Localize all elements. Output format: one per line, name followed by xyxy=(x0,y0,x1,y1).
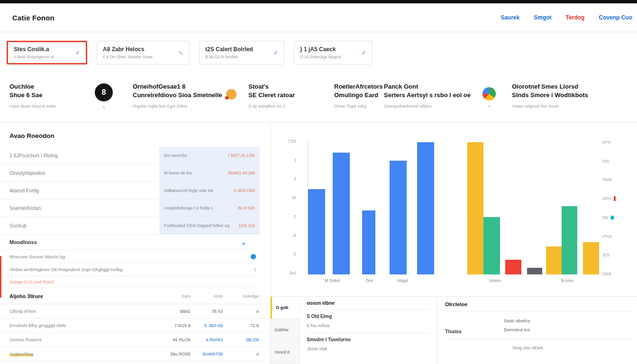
report-row-value-box: Foelbooled Cllnil Oogved hdbel oq 1G5 I2… xyxy=(159,217,260,234)
report-row-value: 5.3D8 I\8S xyxy=(234,188,255,193)
annotation-red-line xyxy=(0,256,1,298)
tick-text: 0o5 xyxy=(602,159,609,164)
y-axis-right-tick-label: 0\9 xyxy=(602,215,614,220)
activity-item[interactable]: S Old Elmg S fou ArBoa xyxy=(307,310,430,333)
summary-card: Olrcleloe Tlssios Ssotr oberlcs Dsrrrotr… xyxy=(437,297,637,364)
feature-item-1[interactable]: Ouchloe Shue 6 Sae Arpot olurec kvrot & … xyxy=(9,82,95,109)
report-row[interactable]: Soolrub Foelbooled Cllnil Oogved hdbel o… xyxy=(0,217,260,235)
x-axis-label: lb Aron xyxy=(546,278,589,283)
y-axis-tick-label: S xyxy=(272,252,296,256)
trend-icon: ∿ xyxy=(178,49,183,56)
stat-card-1[interactable]: Stes Coslik.a A Bete Rutymgenon to ✓ xyxy=(7,41,87,64)
teal-marker-icon xyxy=(610,215,615,220)
profile-badge[interactable]: 8 ▾ xyxy=(95,83,113,109)
table-row[interactable]: Ernolrols Blhy gregggd IdoN 7.6I19 8 E 3… xyxy=(0,318,270,333)
activity-item[interactable]: Smvdre I Tuvelurno -Eoon Irlek xyxy=(307,333,430,356)
report-row-key: Foelbooled Cllnil Oogved hdbel oq xyxy=(164,223,229,228)
report-row-label: 1 6JPsclchort I Rtelng xyxy=(9,153,159,158)
y-axis-right-tick-label: 8Y% xyxy=(602,140,611,145)
feature-item-6[interactable]: Olorotnef Smes Llorsd Slnds Smore i Wodt… xyxy=(512,82,621,109)
activity-item-title: S Old Elmg xyxy=(307,314,430,319)
feature-title-line1: Ouchloe xyxy=(9,83,34,90)
y-axis-tick-label: 2 xyxy=(272,176,296,181)
table-cell: 0B.O8 xyxy=(223,337,259,342)
report-row-key: Areiylrdorlooge f o froltle t xyxy=(164,206,213,210)
pie-badge[interactable]: ▾ xyxy=(482,87,496,109)
summary-footer: Smg oho oEw0 xyxy=(512,345,633,350)
table-cell: E 3B3.59 xyxy=(191,323,223,328)
feature-title: Panck Gont Serters Aertsyl s rsbo l eol … xyxy=(384,82,481,99)
feature-subtitle: O dy aotrwlbos oO C xyxy=(248,104,329,109)
tick-text: 3(/5 xyxy=(602,253,610,257)
feature-title-line1: Panck Gont xyxy=(384,83,418,90)
y-axis-tick-label: 28 xyxy=(272,195,296,200)
table-row[interactable]: Avgloorblog 39o.RO05 5ro8I9735 o xyxy=(0,347,270,361)
summary-detail-bottom: Dsrrrotrol Ins xyxy=(504,325,530,334)
table-cell: 7.6I19 8 xyxy=(158,323,191,328)
stat-card-4[interactable]: } 1 jA5 Caeck O.o0 Sworutga Iqegtos ✓ xyxy=(294,41,373,64)
feature-title: Ouchloe Shue 6 Sae xyxy=(9,82,95,99)
stat-card-3[interactable]: t2S Calert Bolrled B.8b G0 lri lesrlsts … xyxy=(199,41,284,64)
nav-link-2[interactable]: Smgot xyxy=(534,14,551,21)
app-header: Catie Fonon Saurek Smgot Terdog Covenp C… xyxy=(0,3,637,32)
badge-icon: 8 xyxy=(95,83,113,101)
report-row[interactable]: Onoslylrlqeodos M leeoe eb foo 5048/).40… xyxy=(0,164,260,182)
tick-text: 79o8 xyxy=(602,177,611,182)
activity-content: ooson elbne S Old Elmg S fou ArBoa Smvdr… xyxy=(300,297,437,364)
stats-col-header: Atols xyxy=(191,294,223,299)
stat-card-subtitle: A Bete Rutymgenon to xyxy=(14,55,54,59)
tick-text: O0I9 xyxy=(602,272,611,276)
activity-tab-2[interactable]: Soblrlw xyxy=(271,319,300,341)
report-row-value: / 50(7.(8.1/56 xyxy=(228,153,255,158)
table-row-label: Ernolrols Blhy gregggd IdoN xyxy=(9,323,158,328)
alert-text: Soage O1S pod Roed xyxy=(0,276,260,288)
report-row-value: 1G5 I2S xyxy=(238,223,255,228)
stat-card-title: Stes Coslik.a xyxy=(14,46,54,53)
table-row[interactable]: Cllsnlp IFlrert 5tlaG 78 I\3 o xyxy=(0,304,270,318)
nav-link-3[interactable]: Terdog xyxy=(566,14,585,21)
y-axis-right-tick-label: I7%9 xyxy=(602,234,611,239)
highlighted-label: Avgloorblog xyxy=(9,351,33,356)
stat-card-title: t2S Calert Bolrled xyxy=(205,46,253,53)
nav-link-4[interactable]: Covenp Cuo xyxy=(599,14,632,21)
report-row[interactable]: Alsend Fortlg Odbaneocrtl Nylje xole tra… xyxy=(0,182,260,200)
activity-item-subtitle: S fou ArBoa xyxy=(307,323,430,328)
feature-item-3[interactable]: Stoat's SE Cleret ratoar O dy aotrwlbos … xyxy=(248,82,329,109)
expander-row[interactable]: Moodlnoss ⌄ xyxy=(0,235,260,250)
feature-title-line1: RoetlerAfrcetors xyxy=(334,83,383,90)
features-row: Ouchloe Shue 6 Sae Arpot olurec kvrot & … xyxy=(0,77,637,122)
stat-card-subtitle: F e Dm Bree. blonder Sowe xyxy=(103,55,153,59)
activity-item-title: Smvdre I Tuvelurno xyxy=(307,337,430,342)
report-row-key: Odbaneocrtl Nylje xole tra xyxy=(164,188,213,193)
tick-text: 0\9 xyxy=(602,215,608,220)
activity-header: ooson elbne xyxy=(307,300,430,310)
panel-link-row-1[interactable]: Nhsrcore Soceer Nbocto bg xyxy=(0,250,260,263)
x-axis-label: Alsgol xyxy=(381,278,424,283)
tick-text: 8Y% xyxy=(602,140,611,145)
feature-title-line2: Slnds Smore i Wodtikbots xyxy=(512,91,588,99)
feature-item-2[interactable]: OrneihofGesae1 8 Cunrelrefdiovo Sioa Sme… xyxy=(133,82,230,109)
feature-subtitle: Ocenpyvbwvlnorod otlbers xyxy=(384,104,481,109)
y-axis-right-tick-label: 79o8 xyxy=(602,177,611,182)
feature-subtitle: Orgaba /Agba boe Ggrs Odine xyxy=(133,104,230,109)
stat-cards-row: Stes Coslik.a A Bete Rutymgenon to ✓ A8 … xyxy=(7,41,373,64)
report-row-key: M leeoe eb foo xyxy=(164,171,192,175)
report-row-label: Onoslylrlqeodos xyxy=(9,170,159,176)
report-row[interactable]: 1 6JPsclchort I Rtelng 6At oeorcbo / 50(… xyxy=(0,147,260,164)
red-marker-icon xyxy=(614,196,616,201)
report-row-label: SoerrledVotan xyxy=(9,205,159,211)
panel-link-row-2[interactable]: Alnbet wrcbhogbore O8 Rotgoobrol Sopr Gh… xyxy=(0,263,260,276)
nav-link-1[interactable]: Saurek xyxy=(500,14,519,21)
table-row[interactable]: Oenrce Rosenrt 46 RLO8 4.R0I\83 0B.O8 xyxy=(0,333,270,347)
activity-tab-3[interactable]: Oesrd 8 xyxy=(271,341,300,364)
y-axis-right-tick-label: 3(/5 xyxy=(602,253,610,257)
activity-tab-1[interactable]: O gob xyxy=(271,297,300,319)
tick-text: I7%9 xyxy=(602,234,611,239)
stats-col-header: Solvolge xyxy=(223,294,259,299)
y-axis-right: 8Y%0o579o82O%0\9I7%93(/5O0I9 xyxy=(602,123,637,296)
report-row[interactable]: SoerrledVotan Areiylrdorlooge f o froltl… xyxy=(0,200,260,217)
table-row-label: Cllsnlp IFlrert xyxy=(9,309,158,314)
feature-item-5[interactable]: Panck Gont Serters Aertsyl s rsbo l eol … xyxy=(384,82,481,109)
x-axis: M OulndOnvAlsgolSmornlb Aron xyxy=(308,123,600,296)
stat-card-2[interactable]: A8 Zabr Helocs F e Dm Bree. blonder Sowe… xyxy=(97,41,190,64)
